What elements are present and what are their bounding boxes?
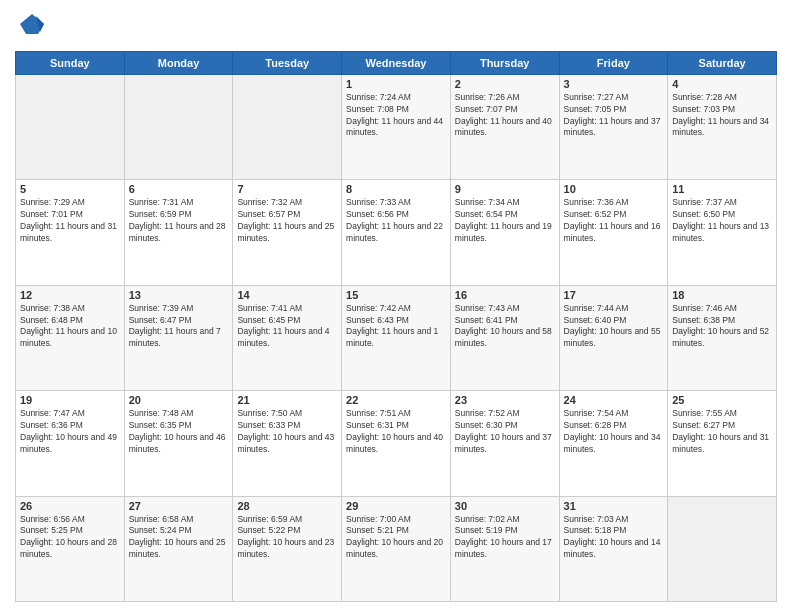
page: SundayMondayTuesdayWednesdayThursdayFrid… [0,0,792,612]
calendar-cell: 9Sunrise: 7:34 AMSunset: 6:54 PMDaylight… [450,180,559,285]
calendar-cell: 22Sunrise: 7:51 AMSunset: 6:31 PMDayligh… [342,391,451,496]
day-number: 12 [20,289,120,301]
day-number: 16 [455,289,555,301]
day-info: Sunrise: 7:52 AMSunset: 6:30 PMDaylight:… [455,408,555,456]
day-number: 28 [237,500,337,512]
day-info: Sunrise: 7:33 AMSunset: 6:56 PMDaylight:… [346,197,446,245]
day-info: Sunrise: 6:59 AMSunset: 5:22 PMDaylight:… [237,514,337,562]
day-info: Sunrise: 7:03 AMSunset: 5:18 PMDaylight:… [564,514,664,562]
week-row-4: 19Sunrise: 7:47 AMSunset: 6:36 PMDayligh… [16,391,777,496]
day-info: Sunrise: 6:58 AMSunset: 5:24 PMDaylight:… [129,514,229,562]
calendar-cell: 10Sunrise: 7:36 AMSunset: 6:52 PMDayligh… [559,180,668,285]
day-number: 29 [346,500,446,512]
day-info: Sunrise: 7:31 AMSunset: 6:59 PMDaylight:… [129,197,229,245]
calendar-cell: 29Sunrise: 7:00 AMSunset: 5:21 PMDayligh… [342,496,451,601]
day-number: 17 [564,289,664,301]
calendar-cell: 11Sunrise: 7:37 AMSunset: 6:50 PMDayligh… [668,180,777,285]
day-number: 8 [346,183,446,195]
calendar-cell: 6Sunrise: 7:31 AMSunset: 6:59 PMDaylight… [124,180,233,285]
week-row-3: 12Sunrise: 7:38 AMSunset: 6:48 PMDayligh… [16,285,777,390]
day-info: Sunrise: 7:02 AMSunset: 5:19 PMDaylight:… [455,514,555,562]
day-info: Sunrise: 7:38 AMSunset: 6:48 PMDaylight:… [20,303,120,351]
calendar-cell: 14Sunrise: 7:41 AMSunset: 6:45 PMDayligh… [233,285,342,390]
calendar-cell: 21Sunrise: 7:50 AMSunset: 6:33 PMDayligh… [233,391,342,496]
day-info: Sunrise: 7:46 AMSunset: 6:38 PMDaylight:… [672,303,772,351]
calendar-cell [233,74,342,179]
day-info: Sunrise: 7:27 AMSunset: 7:05 PMDaylight:… [564,92,664,140]
day-number: 7 [237,183,337,195]
day-number: 14 [237,289,337,301]
calendar-cell: 23Sunrise: 7:52 AMSunset: 6:30 PMDayligh… [450,391,559,496]
calendar-cell: 4Sunrise: 7:28 AMSunset: 7:03 PMDaylight… [668,74,777,179]
day-info: Sunrise: 7:48 AMSunset: 6:35 PMDaylight:… [129,408,229,456]
week-row-2: 5Sunrise: 7:29 AMSunset: 7:01 PMDaylight… [16,180,777,285]
weekday-header-sunday: Sunday [16,51,125,74]
day-number: 23 [455,394,555,406]
logo-text [15,10,46,43]
day-info: Sunrise: 7:37 AMSunset: 6:50 PMDaylight:… [672,197,772,245]
day-info: Sunrise: 7:54 AMSunset: 6:28 PMDaylight:… [564,408,664,456]
day-number: 9 [455,183,555,195]
day-info: Sunrise: 7:44 AMSunset: 6:40 PMDaylight:… [564,303,664,351]
day-info: Sunrise: 7:34 AMSunset: 6:54 PMDaylight:… [455,197,555,245]
calendar-cell: 17Sunrise: 7:44 AMSunset: 6:40 PMDayligh… [559,285,668,390]
day-info: Sunrise: 7:50 AMSunset: 6:33 PMDaylight:… [237,408,337,456]
calendar-table: SundayMondayTuesdayWednesdayThursdayFrid… [15,51,777,602]
day-info: Sunrise: 7:42 AMSunset: 6:43 PMDaylight:… [346,303,446,351]
day-info: Sunrise: 7:39 AMSunset: 6:47 PMDaylight:… [129,303,229,351]
calendar-cell: 15Sunrise: 7:42 AMSunset: 6:43 PMDayligh… [342,285,451,390]
calendar-cell: 24Sunrise: 7:54 AMSunset: 6:28 PMDayligh… [559,391,668,496]
day-number: 24 [564,394,664,406]
calendar-cell: 8Sunrise: 7:33 AMSunset: 6:56 PMDaylight… [342,180,451,285]
logo [15,10,46,43]
day-number: 3 [564,78,664,90]
day-number: 22 [346,394,446,406]
day-number: 13 [129,289,229,301]
day-number: 27 [129,500,229,512]
day-info: Sunrise: 7:51 AMSunset: 6:31 PMDaylight:… [346,408,446,456]
calendar-cell: 1Sunrise: 7:24 AMSunset: 7:08 PMDaylight… [342,74,451,179]
calendar-cell: 16Sunrise: 7:43 AMSunset: 6:41 PMDayligh… [450,285,559,390]
header [15,10,777,43]
calendar-cell [16,74,125,179]
weekday-header-thursday: Thursday [450,51,559,74]
calendar-cell [668,496,777,601]
weekday-header-row: SundayMondayTuesdayWednesdayThursdayFrid… [16,51,777,74]
weekday-header-monday: Monday [124,51,233,74]
calendar-cell: 13Sunrise: 7:39 AMSunset: 6:47 PMDayligh… [124,285,233,390]
calendar-cell: 7Sunrise: 7:32 AMSunset: 6:57 PMDaylight… [233,180,342,285]
day-number: 21 [237,394,337,406]
day-number: 5 [20,183,120,195]
calendar-cell: 20Sunrise: 7:48 AMSunset: 6:35 PMDayligh… [124,391,233,496]
calendar-cell: 25Sunrise: 7:55 AMSunset: 6:27 PMDayligh… [668,391,777,496]
calendar-cell: 26Sunrise: 6:56 AMSunset: 5:25 PMDayligh… [16,496,125,601]
day-number: 18 [672,289,772,301]
day-info: Sunrise: 7:32 AMSunset: 6:57 PMDaylight:… [237,197,337,245]
day-number: 30 [455,500,555,512]
day-number: 2 [455,78,555,90]
weekday-header-tuesday: Tuesday [233,51,342,74]
day-info: Sunrise: 7:00 AMSunset: 5:21 PMDaylight:… [346,514,446,562]
day-info: Sunrise: 7:24 AMSunset: 7:08 PMDaylight:… [346,92,446,140]
calendar-cell [124,74,233,179]
day-info: Sunrise: 7:43 AMSunset: 6:41 PMDaylight:… [455,303,555,351]
calendar-cell: 2Sunrise: 7:26 AMSunset: 7:07 PMDaylight… [450,74,559,179]
day-number: 1 [346,78,446,90]
week-row-5: 26Sunrise: 6:56 AMSunset: 5:25 PMDayligh… [16,496,777,601]
day-number: 15 [346,289,446,301]
day-number: 19 [20,394,120,406]
day-info: Sunrise: 6:56 AMSunset: 5:25 PMDaylight:… [20,514,120,562]
day-number: 20 [129,394,229,406]
calendar-cell: 18Sunrise: 7:46 AMSunset: 6:38 PMDayligh… [668,285,777,390]
calendar-cell: 28Sunrise: 6:59 AMSunset: 5:22 PMDayligh… [233,496,342,601]
day-number: 11 [672,183,772,195]
day-info: Sunrise: 7:29 AMSunset: 7:01 PMDaylight:… [20,197,120,245]
day-info: Sunrise: 7:41 AMSunset: 6:45 PMDaylight:… [237,303,337,351]
day-number: 25 [672,394,772,406]
day-number: 31 [564,500,664,512]
day-number: 4 [672,78,772,90]
day-info: Sunrise: 7:26 AMSunset: 7:07 PMDaylight:… [455,92,555,140]
calendar-cell: 31Sunrise: 7:03 AMSunset: 5:18 PMDayligh… [559,496,668,601]
week-row-1: 1Sunrise: 7:24 AMSunset: 7:08 PMDaylight… [16,74,777,179]
day-number: 26 [20,500,120,512]
